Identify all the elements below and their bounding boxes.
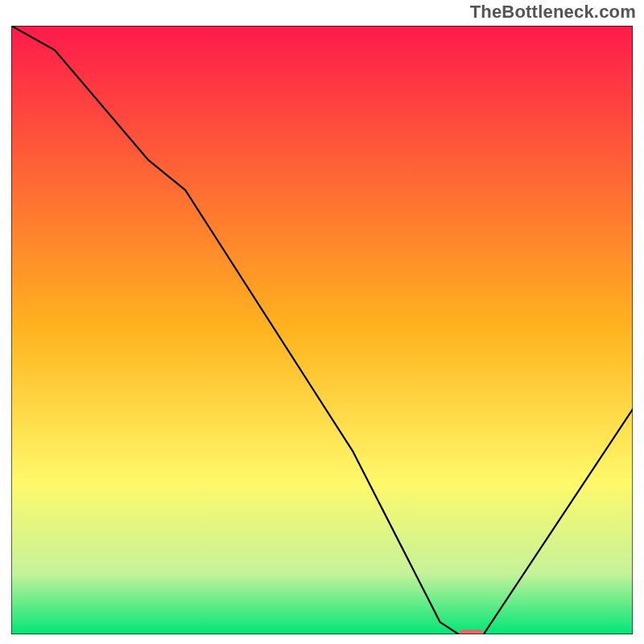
chart-container: TheBottleneck.com bbox=[0, 0, 644, 644]
watermark-text: TheBottleneck.com bbox=[470, 2, 636, 23]
chart-background bbox=[11, 26, 633, 634]
optimum-marker bbox=[459, 630, 484, 634]
bottleneck-chart bbox=[11, 26, 633, 634]
